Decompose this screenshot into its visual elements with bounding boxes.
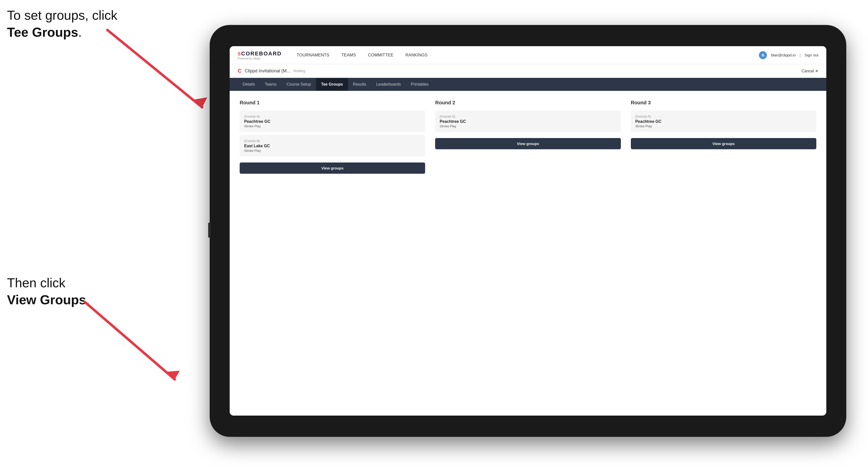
round-3-course-a-card: (Course A) Peachtree GC Stroke Play <box>631 111 816 132</box>
round-2-course-a-name: Peachtree GC <box>440 119 616 124</box>
svg-line-2 <box>85 302 175 379</box>
round-1-column: Round 1 (Course A) Peachtree GC Stroke P… <box>240 100 425 174</box>
round-2-course-a-card: (Course A) Peachtree GC Stroke Play <box>435 111 621 132</box>
tab-teams[interactable]: Teams <box>260 78 282 91</box>
round-3-course-a-name: Peachtree GC <box>636 119 812 124</box>
round-2-column: Round 2 (Course A) Peachtree GC Stroke P… <box>435 100 621 174</box>
sub-header: C Clippd Invitational (M... Hosting Canc… <box>230 64 826 78</box>
user-email: blair@clippd.io <box>771 53 796 57</box>
hosting-badge: Hosting <box>293 69 305 73</box>
svg-marker-3 <box>165 371 180 379</box>
round-2-course-a-format: Stroke Play <box>440 124 616 128</box>
sign-out-link[interactable]: Sign out <box>805 53 818 57</box>
round-3-view-groups-button[interactable]: View groups <box>631 138 816 149</box>
tablet-screen: SCOREBOARD Powered by clippd TOURNAMENTS… <box>230 46 826 415</box>
tab-leaderboards[interactable]: Leaderboards <box>371 78 406 91</box>
nav-committee[interactable]: COMMITTEE <box>368 51 394 60</box>
round-1-course-b-name: East Lake GC <box>244 144 421 148</box>
instruction-top: To set groups, click Tee Groups. <box>7 7 117 41</box>
round-1-course-b-format: Stroke Play <box>244 149 421 153</box>
tab-bar: Details Teams Course Setup Tee Groups Re… <box>230 78 826 91</box>
tab-course-setup[interactable]: Course Setup <box>282 78 316 91</box>
tablet-device: SCOREBOARD Powered by clippd TOURNAMENTS… <box>210 25 846 437</box>
logo-area: SCOREBOARD Powered by clippd <box>238 51 282 60</box>
nav-tournaments[interactable]: TOURNAMENTS <box>297 51 329 60</box>
tab-tee-groups[interactable]: Tee Groups <box>316 78 348 91</box>
main-content: Round 1 (Course A) Peachtree GC Stroke P… <box>230 91 826 415</box>
round-3-column: Round 3 (Course A) Peachtree GC Stroke P… <box>631 100 816 174</box>
avatar: B <box>759 51 767 59</box>
arrow-bottom-indicator <box>70 294 190 390</box>
svg-marker-1 <box>192 97 207 107</box>
instruction-top-bold: Tee Groups <box>7 25 78 39</box>
round-1-course-b-card: (Course B) East Lake GC Stroke Play <box>240 135 425 156</box>
event-name-area: C Clippd Invitational (M... Hosting <box>238 68 305 74</box>
tab-results[interactable]: Results <box>348 78 371 91</box>
nav-teams[interactable]: TEAMS <box>341 51 356 60</box>
round-3-title: Round 3 <box>631 100 816 105</box>
cancel-button[interactable]: Cancel ✕ <box>802 69 818 73</box>
round-2-view-groups-button[interactable]: View groups <box>435 138 621 149</box>
round-1-course-a-card: (Course A) Peachtree GC Stroke Play <box>240 111 425 132</box>
svg-line-0 <box>107 30 202 107</box>
instruction-top-suffix: . <box>78 25 82 39</box>
round-1-course-a-format: Stroke Play <box>244 124 421 128</box>
logo-c-icon: S <box>238 52 241 56</box>
logo-sub-text: Powered by clippd <box>238 57 282 60</box>
round-1-title: Round 1 <box>240 100 425 105</box>
tab-details[interactable]: Details <box>238 78 260 91</box>
instruction-top-line1: To set groups, click <box>7 8 117 23</box>
round-3-course-a-label: (Course A) <box>636 115 812 118</box>
round-1-course-a-name: Peachtree GC <box>244 119 421 124</box>
tab-printables[interactable]: Printables <box>406 78 434 91</box>
logo-text: SCOREBOARD <box>238 51 282 57</box>
tablet-side-button <box>208 223 211 238</box>
top-nav: SCOREBOARD Powered by clippd TOURNAMENTS… <box>230 46 826 64</box>
event-title: Clippd Invitational (M... <box>245 68 290 74</box>
round-2-course-a-label: (Course A) <box>440 115 616 118</box>
event-logo-c: C <box>238 68 242 74</box>
round-1-course-b-label: (Course B) <box>244 139 421 143</box>
rounds-grid: Round 1 (Course A) Peachtree GC Stroke P… <box>240 100 816 174</box>
nav-rankings[interactable]: RANKINGS <box>405 51 428 60</box>
round-2-title: Round 2 <box>435 100 621 105</box>
round-3-course-a-format: Stroke Play <box>636 124 812 128</box>
instruction-bottom-line1: Then click <box>7 276 65 290</box>
instruction-bottom: Then click View Groups. <box>7 275 90 308</box>
round-1-view-groups-button[interactable]: View groups <box>240 162 425 174</box>
instruction-bottom-bold: View Groups <box>7 292 86 307</box>
instruction-bottom-suffix: . <box>86 292 90 307</box>
nav-right: B blair@clippd.io | Sign out <box>759 51 818 59</box>
round-1-course-a-label: (Course A) <box>244 115 421 118</box>
nav-links: TOURNAMENTS TEAMS COMMITTEE RANKINGS <box>297 51 759 60</box>
